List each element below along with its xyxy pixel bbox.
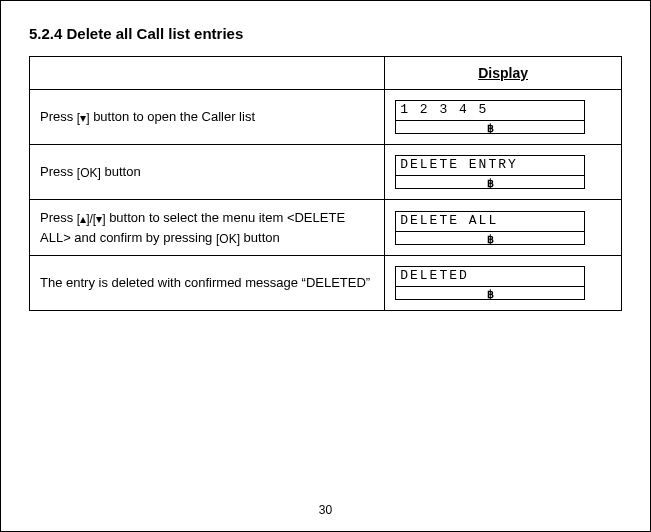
- instruction-text: Press: [40, 164, 77, 179]
- instruction-cell: Press [▾] button to open the Caller list: [30, 90, 385, 145]
- header-empty-cell: [30, 57, 385, 90]
- lcd-line1: 1 2 3 4 5: [396, 101, 584, 120]
- lcd-screen: DELETED ฿: [395, 266, 585, 300]
- ok-button-label: [OK]: [77, 166, 101, 180]
- page-number: 30: [1, 503, 650, 517]
- bluetooth-icon: ฿: [487, 178, 494, 189]
- bluetooth-icon: ฿: [487, 123, 494, 134]
- lcd-line2: ฿: [396, 286, 584, 300]
- display-cell: 1 2 3 4 5 ฿: [385, 90, 622, 145]
- instruction-text: Press: [40, 109, 77, 124]
- table-header-row: Display: [30, 57, 622, 90]
- instruction-cell: The entry is deleted with confirmed mess…: [30, 256, 385, 311]
- section-heading: 5.2.4 Delete all Call list entries: [29, 25, 622, 42]
- lcd-line1: DELETE ALL: [396, 212, 584, 231]
- steps-table: Display Press [▾] button to open the Cal…: [29, 56, 622, 311]
- instruction-cell: Press [OK] button: [30, 145, 385, 200]
- header-display-cell: Display: [385, 57, 622, 90]
- table-row: Press [▾] button to open the Caller list…: [30, 90, 622, 145]
- display-cell: DELETE ENTRY ฿: [385, 145, 622, 200]
- display-cell: DELETED ฿: [385, 256, 622, 311]
- lcd-line2: ฿: [396, 175, 584, 189]
- down-button-label: [▾]: [77, 111, 90, 125]
- instruction-text: The entry is deleted with confirmed mess…: [40, 275, 370, 290]
- lcd-line1: DELETED: [396, 267, 584, 286]
- table-row: Press [OK] button DELETE ENTRY ฿: [30, 145, 622, 200]
- up-down-button-label: [▴]/[▾]: [77, 212, 106, 226]
- instruction-text: button: [240, 230, 280, 245]
- instruction-cell: Press [▴]/[▾] button to select the menu …: [30, 200, 385, 256]
- table-row: Press [▴]/[▾] button to select the menu …: [30, 200, 622, 256]
- instruction-text: button to open the Caller list: [90, 109, 256, 124]
- table-row: The entry is deleted with confirmed mess…: [30, 256, 622, 311]
- lcd-screen: 1 2 3 4 5 ฿: [395, 100, 585, 134]
- lcd-screen: DELETE ENTRY ฿: [395, 155, 585, 189]
- bluetooth-icon: ฿: [487, 289, 494, 300]
- ok-button-label: [OK]: [216, 231, 240, 245]
- display-cell: DELETE ALL ฿: [385, 200, 622, 256]
- bluetooth-icon: ฿: [487, 234, 494, 245]
- lcd-line1: DELETE ENTRY: [396, 156, 584, 175]
- lcd-screen: DELETE ALL ฿: [395, 211, 585, 245]
- instruction-text: Press: [40, 210, 77, 225]
- instruction-text: button: [101, 164, 141, 179]
- manual-page: 5.2.4 Delete all Call list entries Displ…: [0, 0, 651, 532]
- lcd-line2: ฿: [396, 120, 584, 134]
- lcd-line2: ฿: [396, 231, 584, 245]
